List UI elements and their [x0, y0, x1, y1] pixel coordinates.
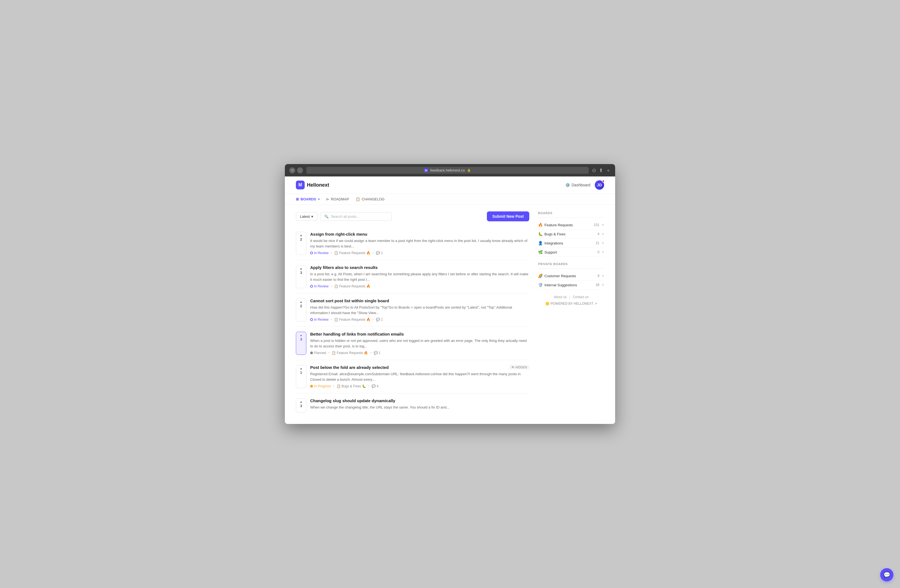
post-title[interactable]: Changelog slug should update dynamically — [310, 398, 529, 403]
brand-name: Hellonext — [307, 182, 329, 188]
post-meta: In Review • 📋 Feature Requests 🔥 — [310, 284, 529, 288]
sidebar-divider — [538, 217, 604, 218]
post-title[interactable]: Post below the fold are already selected — [310, 365, 389, 370]
sub-nav-roadmap[interactable]: ⊳ ROADMAP — [326, 196, 349, 202]
vote-box[interactable]: ▲ 3 — [296, 265, 306, 288]
browser-chrome: ⊞ ‹ M feedback.hellonext.co 🔒 ⊙ ⬆ ＋ — [285, 164, 615, 177]
vote-box[interactable]: ▲ 2 — [296, 298, 306, 321]
hidden-label: HIDDEN — [515, 366, 527, 369]
sidebar-item-bugs-fixes[interactable]: 🐛 Bugs & Fixes 4 + — [538, 230, 604, 239]
sidebar-plus-icon[interactable]: + — [602, 282, 604, 287]
search-box[interactable]: 🔍 Search all posts... — [320, 212, 392, 221]
post-description: How did this happen?Go to All PostsSort … — [310, 305, 529, 315]
support-count: 0 — [597, 250, 599, 254]
sidebar-plus-icon[interactable]: + — [602, 273, 604, 278]
share-icon[interactable]: ⬆ — [599, 168, 603, 174]
integrations-emoji: 👤 — [538, 241, 543, 245]
status-dot-icon — [310, 251, 313, 254]
sub-nav-boards[interactable]: ⊞ BOARDS ▾ — [296, 196, 320, 202]
sidebar-toggle-btn[interactable]: ⊞ — [289, 168, 295, 174]
meta-separator: • — [331, 284, 332, 288]
dashboard-link[interactable]: ⚙️ Dashboard — [565, 183, 591, 187]
filter-dropdown-btn[interactable]: Latest ▾ — [296, 212, 317, 221]
customer-requests-count: 9 — [597, 274, 599, 278]
app-container: M Hellonext ⚙️ Dashboard JD ⊞ B — [285, 177, 615, 424]
logo[interactable]: M Hellonext — [296, 181, 329, 189]
meta-separator: • — [331, 251, 332, 255]
user-avatar-container[interactable]: JD — [595, 180, 604, 190]
filter-label: Latest — [300, 214, 310, 219]
bugs-fixes-count: 4 — [597, 232, 599, 236]
vote-box[interactable]: ▲ 2 — [296, 232, 306, 255]
post-title[interactable]: Better handling of links from notificati… — [310, 332, 529, 337]
table-row: ▲ 3 Better handling of links from notifi… — [296, 327, 529, 360]
sidebar-item-label: Feature Requests — [545, 223, 594, 227]
submit-new-post-button[interactable]: Submit New Post — [487, 211, 529, 221]
download-icon[interactable]: ⊙ — [592, 168, 596, 174]
sidebar-plus-icon[interactable]: + — [602, 231, 604, 236]
vote-box[interactable]: ▲ 1 — [296, 365, 306, 388]
board-name: 📋 Feature Requests 🔥 — [334, 251, 371, 255]
chat-bubble-button[interactable]: 💬 — [880, 568, 894, 582]
status-dot-icon — [310, 352, 313, 354]
chat-icon: 💬 — [883, 571, 891, 578]
post-body: Apply filters also to search results In … — [310, 265, 529, 288]
new-tab-icon[interactable]: ＋ — [606, 167, 611, 174]
contact-link[interactable]: Contact us — [573, 295, 588, 299]
sidebar-item-integrations[interactable]: 👤 Integrations 21 + — [538, 239, 604, 248]
post-title[interactable]: Cannot sort post list within single boar… — [310, 298, 529, 303]
browser-actions: ⊙ ⬆ ＋ — [592, 167, 611, 174]
post-title[interactable]: Apply filters also to search results — [310, 265, 529, 270]
sidebar-item-internal-suggestions[interactable]: 🛡️ Internal Suggestions 28 + — [538, 281, 604, 290]
vote-box[interactable]: ▲ 3 — [296, 398, 306, 413]
sidebar-item-support[interactable]: 🌿 Support 0 + — [538, 248, 604, 257]
sidebar-plus-icon[interactable]: + — [602, 250, 604, 254]
sidebar-item-label: Customer Requests — [545, 274, 597, 278]
vote-count: 3 — [300, 337, 302, 341]
vote-count: 1 — [300, 371, 302, 375]
feature-requests-count: 131 — [594, 223, 599, 227]
sidebar-item-label: Bugs & Fixes — [545, 232, 597, 236]
about-link[interactable]: About us — [554, 295, 567, 299]
sidebar-plus-icon[interactable]: + — [602, 222, 604, 227]
post-description: When we change the changelog title, the … — [310, 405, 529, 410]
footer-separator: | — [569, 295, 570, 299]
post-body: Cannot sort post list within single boar… — [310, 298, 529, 321]
support-emoji: 🌿 — [538, 250, 543, 254]
vote-count: 2 — [300, 237, 302, 241]
meta-separator: • — [372, 318, 374, 321]
powered-by-label: POWERED BY HELLONEXT ↗ — [551, 302, 597, 306]
vote-up-icon: ▲ — [300, 334, 303, 337]
status-badge: In Review — [310, 318, 329, 321]
avatar-notification-badge — [602, 180, 605, 183]
sidebar-plus-icon[interactable]: + — [602, 240, 604, 245]
post-meta: Planned • 📋 Feature Requests 🔥 • 💬 1 — [310, 351, 529, 355]
post-description: When a post is hidden or not yet approve… — [310, 338, 529, 349]
search-placeholder: Search all posts... — [331, 214, 359, 219]
changelog-label: CHANGELOG — [362, 197, 385, 201]
sidebar-item-feature-requests[interactable]: 🔥 Feature Requests 131 + — [538, 220, 604, 230]
customer-requests-emoji: 🌈 — [538, 274, 543, 278]
filter-chevron-icon: ▾ — [311, 214, 313, 219]
vote-up-icon: ▲ — [300, 367, 303, 370]
vote-up-icon: ▲ — [300, 267, 303, 270]
logo-icon: M — [296, 181, 305, 189]
search-icon: 🔍 — [324, 214, 329, 219]
status-dot-icon — [310, 285, 313, 288]
vote-up-icon: ▲ — [300, 300, 303, 303]
board-name: 📋 Bugs & Fixes 🐛 — [337, 384, 366, 388]
sub-nav-changelog[interactable]: 📋 CHANGELOG — [355, 196, 385, 202]
table-row: ▲ 2 Cannot sort post list within single … — [296, 293, 529, 327]
post-title[interactable]: Assign from right-click menu — [310, 232, 529, 236]
vote-count: 2 — [300, 304, 302, 308]
sidebar-private-boards-section: PRIVATE BOARDS 🌈 Customer Requests 9 + 🛡… — [538, 262, 604, 290]
vote-up-icon: ▲ — [300, 400, 303, 403]
vote-box[interactable]: ▲ 3 — [296, 332, 306, 355]
post-description: In a post list, e.g. All Posts, when I a… — [310, 272, 529, 282]
sidebar-item-customer-requests[interactable]: 🌈 Customer Requests 9 + — [538, 272, 604, 281]
sidebar-divider — [538, 268, 604, 269]
post-body: Changelog slug should update dynamically… — [310, 398, 529, 413]
sidebar-footer: About us | Contact us 🟡 POWERED BY HELLO… — [538, 295, 604, 306]
address-bar[interactable]: M feedback.hellonext.co 🔒 — [306, 167, 589, 174]
back-btn[interactable]: ‹ — [297, 168, 303, 174]
